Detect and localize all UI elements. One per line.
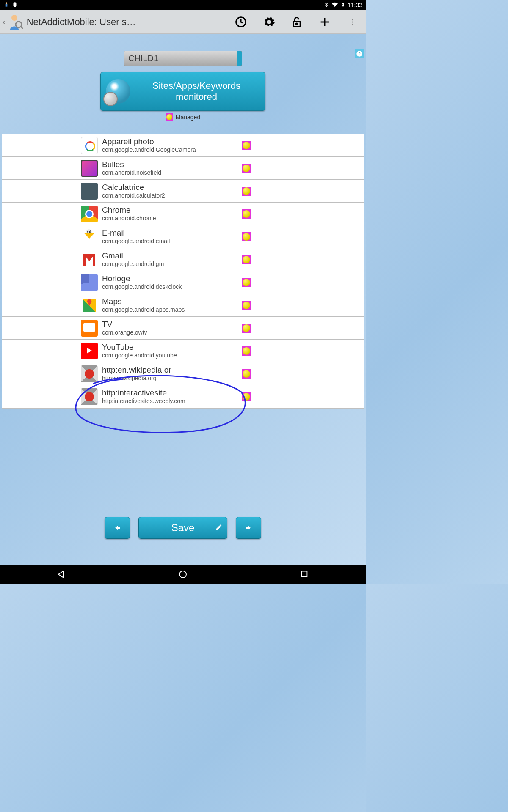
app-status xyxy=(242,141,251,150)
back-icon[interactable]: ‹ xyxy=(2,17,6,27)
monitored-sites-label: Sites/Apps/Keywords monitored xyxy=(133,80,260,103)
managed-status-icon xyxy=(242,164,251,173)
list-item[interactable]: Horlogecom.google.android.deskclock xyxy=(2,271,364,294)
svg-point-13 xyxy=(296,23,298,25)
add-icon[interactable] xyxy=(318,16,331,28)
list-item[interactable]: YouTubecom.google.android.youtube xyxy=(2,340,364,362)
app-status xyxy=(242,301,251,310)
managed-status-icon xyxy=(242,324,251,333)
managed-status-icon xyxy=(166,113,173,121)
next-button[interactable] xyxy=(236,517,261,539)
app-package: com.google.android.gm xyxy=(102,261,164,268)
unlock-icon[interactable] xyxy=(290,16,303,28)
list-item[interactable]: Chromecom.android.chrome xyxy=(2,203,364,225)
app-icon xyxy=(81,251,98,268)
managed-status-icon xyxy=(242,301,251,310)
app-action-bar: ‹ NetAddictMobile: User s… xyxy=(0,10,366,34)
app-icon xyxy=(81,183,98,200)
list-item[interactable]: http:interactivesitehttp:interactivesite… xyxy=(2,385,364,408)
managed-status-icon xyxy=(242,187,251,196)
app-name: E-mail xyxy=(102,229,170,238)
app-icon xyxy=(81,297,98,314)
app-list[interactable]: Appareil photocom.google.android.GoogleC… xyxy=(2,134,364,409)
pencil-icon xyxy=(215,522,223,534)
user-selector-value: CHILD1 xyxy=(128,54,158,63)
user-selector-dropdown[interactable]: CHILD1 xyxy=(124,51,242,66)
managed-status-icon xyxy=(242,232,251,241)
globe-search-icon xyxy=(106,79,130,104)
app-logo-icon[interactable] xyxy=(6,13,24,31)
svg-rect-22 xyxy=(302,571,307,577)
app-name: Bulles xyxy=(102,160,161,169)
nav-back-icon[interactable] xyxy=(56,569,66,579)
save-button-label: Save xyxy=(171,522,195,534)
status-time: 11:33 xyxy=(348,2,362,8)
app-package: com.android.noisefield xyxy=(102,169,161,176)
list-item[interactable]: http:en.wikipedia.orhttp:en.wikipedia.or… xyxy=(2,362,364,385)
nav-home-icon[interactable] xyxy=(178,569,188,579)
app-package: com.google.android.apps.maps xyxy=(102,306,185,313)
svg-text:?: ? xyxy=(358,52,360,56)
list-item[interactable]: Appareil photocom.google.android.GoogleC… xyxy=(2,134,364,157)
app-status xyxy=(242,346,251,356)
list-item[interactable]: Calculatricecom.android.calculator2 xyxy=(2,180,364,203)
list-item[interactable]: TVcom.orange.owtv xyxy=(2,317,364,340)
app-title: NetAddictMobile: User s… xyxy=(27,16,136,27)
app-icon xyxy=(81,388,98,405)
app-status xyxy=(242,187,251,196)
svg-point-0 xyxy=(6,2,8,4)
app-status xyxy=(242,392,251,401)
gear-icon[interactable] xyxy=(262,16,275,28)
list-item[interactable]: Gmailcom.google.android.gm xyxy=(2,248,364,271)
app-icon xyxy=(81,320,98,337)
notification-icon xyxy=(3,2,9,9)
app-name: Horloge xyxy=(102,274,182,283)
app-name: TV xyxy=(102,320,147,329)
android-debug-icon xyxy=(12,2,18,9)
list-item[interactable]: E-mailcom.google.android.email xyxy=(2,225,364,248)
app-status xyxy=(242,255,251,264)
svg-point-18 xyxy=(352,23,353,25)
app-status xyxy=(242,324,251,333)
app-package: com.google.android.deskclock xyxy=(102,283,182,291)
svg-point-2 xyxy=(14,3,14,3)
app-package: com.orange.owtv xyxy=(102,329,147,336)
app-icon xyxy=(81,206,98,222)
overflow-menu-icon[interactable] xyxy=(346,16,359,28)
svg-point-16 xyxy=(352,19,353,20)
clock-icon[interactable] xyxy=(235,16,247,28)
app-package: http:en.wikipedia.org xyxy=(102,375,171,382)
bluetooth-icon xyxy=(324,2,329,9)
svg-rect-7 xyxy=(342,3,344,3)
monitored-sites-button[interactable]: Sites/Apps/Keywords monitored xyxy=(100,72,265,111)
app-name: Gmail xyxy=(102,252,164,261)
legend-label: Managed xyxy=(176,114,200,121)
managed-status-icon xyxy=(242,278,251,287)
managed-status-icon xyxy=(242,369,251,379)
android-nav-bar xyxy=(0,565,366,584)
prev-button[interactable] xyxy=(105,517,130,539)
svg-point-21 xyxy=(179,571,186,578)
app-status xyxy=(242,369,251,379)
save-button[interactable]: Save xyxy=(138,517,227,539)
app-package: com.android.chrome xyxy=(102,215,156,222)
app-name: Chrome xyxy=(102,206,156,215)
battery-charging-icon xyxy=(341,2,345,9)
app-package: com.android.calculator2 xyxy=(102,192,165,199)
app-icon xyxy=(81,137,98,154)
legend: Managed xyxy=(166,113,200,121)
list-item[interactable]: Mapscom.google.android.apps.maps xyxy=(2,294,364,317)
app-name: Appareil photo xyxy=(102,137,196,146)
app-package: com.google.android.email xyxy=(102,238,170,245)
info-badge-icon[interactable]: ? xyxy=(355,49,364,58)
app-icon xyxy=(81,160,98,177)
content-area: ? CHILD1 Sites/Apps/Keywords monitored M… xyxy=(0,34,366,565)
list-item[interactable]: Bullescom.android.noisefield xyxy=(2,157,364,180)
managed-status-icon xyxy=(242,209,251,219)
managed-status-icon xyxy=(242,346,251,356)
app-name: Maps xyxy=(102,297,185,306)
svg-point-17 xyxy=(352,21,353,22)
android-status-bar: 11:33 xyxy=(0,0,366,10)
nav-recent-icon[interactable] xyxy=(300,569,310,579)
app-name: Calculatrice xyxy=(102,183,165,192)
